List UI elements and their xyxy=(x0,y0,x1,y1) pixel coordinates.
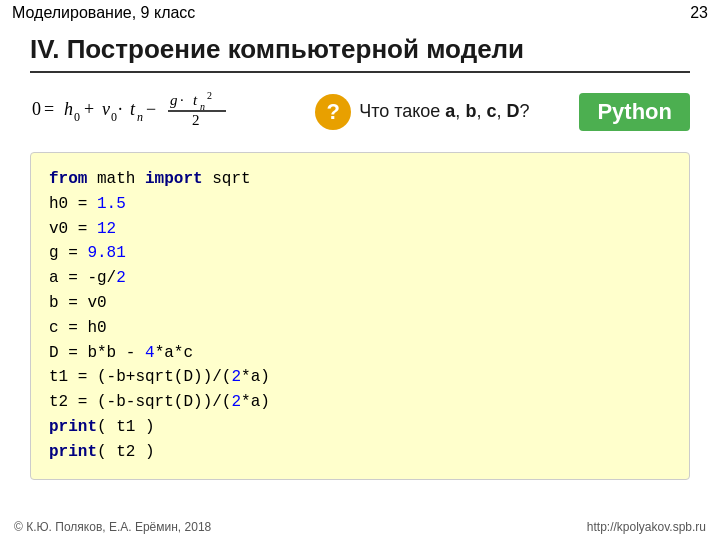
code-line: from math import sqrt xyxy=(49,167,671,192)
slide-number: 23 xyxy=(690,4,708,22)
svg-text:0: 0 xyxy=(111,110,117,124)
svg-text:·: · xyxy=(118,99,123,119)
code-line: h0 = 1.5 xyxy=(49,192,671,217)
python-label: Python xyxy=(579,93,690,131)
code-line: print( t1 ) xyxy=(49,415,671,440)
svg-text:t: t xyxy=(193,92,198,108)
code-line: t1 = (-b+sqrt(D))/(2*a) xyxy=(49,365,671,390)
code-line: a = -g/2 xyxy=(49,266,671,291)
svg-text:2: 2 xyxy=(207,90,212,101)
code-line: b = v0 xyxy=(49,291,671,316)
question-icon: ? xyxy=(315,94,351,130)
svg-text:−: − xyxy=(146,99,156,119)
header-title: Моделирование, 9 класс xyxy=(12,4,195,22)
formula: 0 = h 0 + v 0 · t n − g · xyxy=(30,83,250,140)
svg-text:g: g xyxy=(170,92,178,108)
code-line: D = b*b - 4*a*c xyxy=(49,341,671,366)
code-block: from math import sqrt h0 = 1.5 v0 = 12 g… xyxy=(30,152,690,480)
code-line: print( t2 ) xyxy=(49,440,671,465)
svg-text:0: 0 xyxy=(74,110,80,124)
code-line: g = 9.81 xyxy=(49,241,671,266)
svg-text:n: n xyxy=(200,101,205,112)
svg-text:+: + xyxy=(84,99,94,119)
code-line: t2 = (-b-sqrt(D))/(2*a) xyxy=(49,390,671,415)
code-line: c = h0 xyxy=(49,316,671,341)
footer-right: http://kpolyakov.spb.ru xyxy=(587,520,706,534)
page-title: IV. Построение компьютерной модели xyxy=(30,34,690,73)
svg-text:·: · xyxy=(180,92,184,108)
code-line: v0 = 12 xyxy=(49,217,671,242)
question-text: Что такое a, b, c, D? xyxy=(359,101,529,122)
footer-left: © К.Ю. Поляков, Е.А. Ерёмин, 2018 xyxy=(14,520,211,534)
svg-text:h: h xyxy=(64,99,73,119)
svg-text:n: n xyxy=(137,110,143,124)
svg-text:v: v xyxy=(102,99,110,119)
svg-text:=: = xyxy=(44,99,54,119)
svg-text:t: t xyxy=(130,99,136,119)
svg-text:2: 2 xyxy=(192,112,200,128)
svg-text:0: 0 xyxy=(32,99,41,119)
